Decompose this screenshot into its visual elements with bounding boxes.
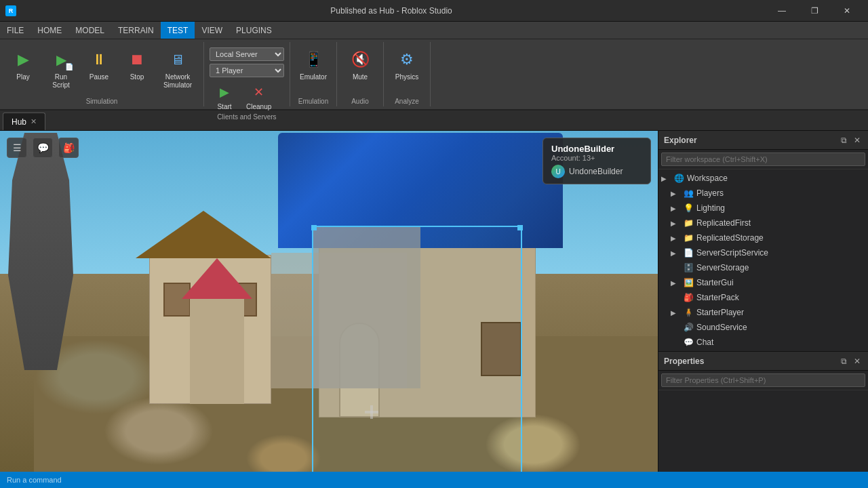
pause-icon: ⏸ xyxy=(87,47,111,72)
simulation-section-label: Simulation xyxy=(86,98,118,106)
menubar: FILE HOME MODEL TERRAIN TEST VIEW PLUGIN… xyxy=(0,22,868,39)
clients-section-label: Clients and Servers xyxy=(217,113,276,122)
chat-label: Chat xyxy=(696,338,713,347)
replicated-storage-icon: 📁 xyxy=(683,232,694,243)
titlebar: R Published as Hub - Roblox Studio — ❐ ✕ xyxy=(0,0,868,22)
tree-item-starter-gui[interactable]: ▶ 🖼️ StarterGui xyxy=(658,275,868,290)
tree-item-workspace[interactable]: ▶ 🌐 Workspace xyxy=(658,171,868,186)
menu-model[interactable]: MODEL xyxy=(68,22,111,39)
ribbon-emulation-content: 📱 Emulator xyxy=(296,42,331,98)
center-building-roof xyxy=(136,211,271,258)
ribbon-emulation-section: 📱 Emulator Emulation xyxy=(290,42,337,106)
properties-undock-btn[interactable]: ⧉ xyxy=(838,356,849,367)
minimize-button[interactable]: — xyxy=(766,0,797,22)
server-script-service-icon: 📄 xyxy=(683,247,694,258)
start-cleanup-group: ▶ Start ✕ Cleanup xyxy=(210,80,275,113)
tree-item-lighting[interactable]: ▶ 💡 Lighting xyxy=(658,201,868,216)
tree-item-replicated-first[interactable]: ▶ 📁 ReplicatedFirst xyxy=(658,216,868,230)
main-area: ☰ 💬 🎒 UndoneBuilder Account: 13+ U Undon… xyxy=(0,131,868,472)
user-row: U UndoneBuilder xyxy=(551,165,642,178)
viewport[interactable]: ☰ 💬 🎒 UndoneBuilder Account: 13+ U Undon… xyxy=(0,131,658,472)
server-type-dropdown[interactable]: Local Server Standard Server xyxy=(210,47,284,61)
audio-section-label: Audio xyxy=(351,98,369,106)
tab-hub[interactable]: Hub ✕ xyxy=(3,113,45,130)
stop-label: Stop xyxy=(130,73,144,81)
player-count-dropdown[interactable]: 1 Player 2 Players 4 Players xyxy=(210,64,284,77)
command-input[interactable] xyxy=(7,476,861,484)
left-bldg-2-roof xyxy=(182,258,252,299)
menu-file[interactable]: FILE xyxy=(0,22,31,39)
emulator-button[interactable]: 📱 Emulator xyxy=(296,45,331,92)
physics-label: Physics xyxy=(395,73,418,81)
tree-item-server-storage[interactable]: 🗄️ ServerStorage xyxy=(658,260,868,275)
close-button[interactable]: ✕ xyxy=(831,0,863,22)
left-bldg-2 xyxy=(190,296,244,404)
cursor-position xyxy=(365,405,378,419)
start-button[interactable]: ▶ Start xyxy=(210,80,239,113)
network-label: NetworkSimulator xyxy=(163,73,192,89)
run-script-button[interactable]: ▶ 📄 RunScript xyxy=(43,45,79,92)
physics-button[interactable]: ⚙ Physics xyxy=(389,45,425,92)
cleanup-button[interactable]: ✕ Cleanup xyxy=(242,80,275,113)
maximize-button[interactable]: ❐ xyxy=(799,0,830,22)
ribbon-clients-section: Local Server Standard Server 1 Player 2 … xyxy=(204,42,290,106)
starter-pack-icon: 🎒 xyxy=(683,292,694,303)
menu-home[interactable]: HOME xyxy=(31,22,68,39)
tree-item-players[interactable]: ▶ 👥 Players xyxy=(658,186,868,201)
explorer-tree: ▶ 🌐 Workspace ▶ 👥 Players ▶ 💡 Lighting xyxy=(658,169,868,351)
tree-item-starter-pack[interactable]: 🎒 StarterPack xyxy=(658,290,868,305)
menu-test[interactable]: TEST xyxy=(161,22,195,39)
user-card-name: UndoneBuilder xyxy=(569,167,623,176)
emulation-section-label: Emulation xyxy=(298,98,328,106)
players-icon: 👥 xyxy=(683,188,694,199)
window-title: Published as Hub - Roblox Studio xyxy=(22,6,761,16)
properties-close-btn[interactable]: ✕ xyxy=(852,356,863,367)
tree-item-server-script-service[interactable]: ▶ 📄 ServerScriptService xyxy=(658,245,868,260)
mute-label: Mute xyxy=(353,73,368,81)
properties-filter-input[interactable] xyxy=(661,373,865,387)
cleanup-label: Cleanup xyxy=(246,103,271,110)
window-controls: — ❐ ✕ xyxy=(766,0,863,22)
viewport-menu-button[interactable]: ☰ xyxy=(7,138,27,158)
tree-item-chat[interactable]: 💬 Chat xyxy=(658,335,868,350)
mute-button[interactable]: 🔇 Mute xyxy=(342,45,378,92)
stop-button[interactable]: ⏹ Stop xyxy=(119,45,155,92)
app-icon: R xyxy=(5,5,16,16)
menu-terrain[interactable]: TERRAIN xyxy=(111,22,161,39)
properties-filter-wrap xyxy=(658,371,868,390)
tab-close-icon[interactable]: ✕ xyxy=(31,117,37,126)
starter-player-icon: 🧍 xyxy=(683,307,694,318)
workspace-label: Workspace xyxy=(687,174,728,183)
menu-plugins[interactable]: PLUGINS xyxy=(229,22,279,39)
physics-icon: ⚙ xyxy=(395,47,419,72)
sound-service-icon: 🔊 xyxy=(683,322,694,333)
explorer-close-btn[interactable]: ✕ xyxy=(852,135,863,146)
selection-box xyxy=(312,226,522,472)
replicated-storage-arrow: ▶ xyxy=(671,235,680,242)
tabbar: Hub ✕ xyxy=(0,110,868,131)
run-script-label: RunScript xyxy=(52,73,70,89)
viewport-chat-button[interactable]: 💬 xyxy=(33,138,53,158)
explorer-title: Explorer xyxy=(664,136,697,145)
explorer-panel: Explorer ⧉ ✕ ▶ 🌐 Workspace ▶ xyxy=(658,131,868,352)
network-simulator-button[interactable]: 🖥 NetworkSimulator xyxy=(157,45,198,92)
explorer-filter-input[interactable] xyxy=(661,152,865,166)
play-button[interactable]: ▶ Play xyxy=(5,45,41,92)
explorer-undock-btn[interactable]: ⧉ xyxy=(838,135,849,146)
tree-item-sound-service[interactable]: 🔊 SoundService xyxy=(658,320,868,335)
menu-view[interactable]: VIEW xyxy=(195,22,229,39)
ribbon-audio-content: 🔇 Mute xyxy=(342,42,378,98)
avatar: U xyxy=(551,165,565,178)
properties-controls: ⧉ ✕ xyxy=(838,356,863,367)
start-icon: ▶ xyxy=(215,83,234,102)
replicated-first-arrow: ▶ xyxy=(671,220,680,227)
cleanup-icon: ✕ xyxy=(250,83,269,102)
tree-item-replicated-storage[interactable]: ▶ 📁 ReplicatedStorage xyxy=(658,230,868,245)
pause-button[interactable]: ⏸ Pause xyxy=(81,45,117,92)
sound-service-label: SoundService xyxy=(696,323,747,332)
tree-item-starter-player[interactable]: ▶ 🧍 StarterPlayer xyxy=(658,305,868,320)
explorer-filter-wrap xyxy=(658,150,868,169)
viewport-bag-button[interactable]: 🎒 xyxy=(58,138,79,158)
properties-title: Properties xyxy=(664,357,704,366)
ribbon-clients-content: Local Server Standard Server 1 Player 2 … xyxy=(210,42,284,113)
